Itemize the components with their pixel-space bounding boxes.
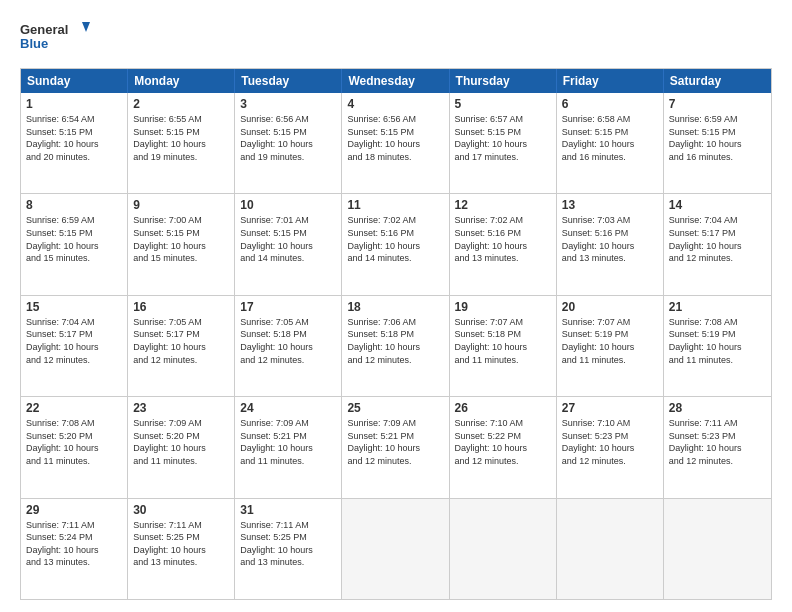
calendar-header: Sunday Monday Tuesday Wednesday Thursday… <box>21 69 771 93</box>
day-number: 14 <box>669 198 766 212</box>
day-number: 12 <box>455 198 551 212</box>
day-info: Sunrise: 7:04 AM Sunset: 5:17 PM Dayligh… <box>26 316 122 366</box>
header: General Blue <box>20 18 772 58</box>
day-cell-33 <box>450 499 557 599</box>
day-cell-21: 21Sunrise: 7:08 AM Sunset: 5:19 PM Dayli… <box>664 296 771 396</box>
day-info: Sunrise: 7:07 AM Sunset: 5:18 PM Dayligh… <box>455 316 551 366</box>
day-info: Sunrise: 7:10 AM Sunset: 5:23 PM Dayligh… <box>562 417 658 467</box>
day-number: 25 <box>347 401 443 415</box>
day-cell-25: 25Sunrise: 7:09 AM Sunset: 5:21 PM Dayli… <box>342 397 449 497</box>
day-info: Sunrise: 7:07 AM Sunset: 5:19 PM Dayligh… <box>562 316 658 366</box>
day-number: 16 <box>133 300 229 314</box>
day-info: Sunrise: 7:11 AM Sunset: 5:25 PM Dayligh… <box>133 519 229 569</box>
day-cell-24: 24Sunrise: 7:09 AM Sunset: 5:21 PM Dayli… <box>235 397 342 497</box>
calendar: Sunday Monday Tuesday Wednesday Thursday… <box>20 68 772 600</box>
week-row-1: 1Sunrise: 6:54 AM Sunset: 5:15 PM Daylig… <box>21 93 771 193</box>
day-info: Sunrise: 6:59 AM Sunset: 5:15 PM Dayligh… <box>26 214 122 264</box>
day-number: 29 <box>26 503 122 517</box>
day-number: 3 <box>240 97 336 111</box>
day-cell-20: 20Sunrise: 7:07 AM Sunset: 5:19 PM Dayli… <box>557 296 664 396</box>
day-info: Sunrise: 7:11 AM Sunset: 5:23 PM Dayligh… <box>669 417 766 467</box>
day-number: 27 <box>562 401 658 415</box>
day-cell-12: 12Sunrise: 7:02 AM Sunset: 5:16 PM Dayli… <box>450 194 557 294</box>
day-number: 7 <box>669 97 766 111</box>
day-cell-29: 29Sunrise: 7:11 AM Sunset: 5:24 PM Dayli… <box>21 499 128 599</box>
day-cell-1: 1Sunrise: 6:54 AM Sunset: 5:15 PM Daylig… <box>21 93 128 193</box>
logo-svg: General Blue <box>20 18 90 58</box>
calendar-body: 1Sunrise: 6:54 AM Sunset: 5:15 PM Daylig… <box>21 93 771 599</box>
day-info: Sunrise: 7:09 AM Sunset: 5:20 PM Dayligh… <box>133 417 229 467</box>
day-number: 17 <box>240 300 336 314</box>
day-info: Sunrise: 6:56 AM Sunset: 5:15 PM Dayligh… <box>240 113 336 163</box>
day-cell-26: 26Sunrise: 7:10 AM Sunset: 5:22 PM Dayli… <box>450 397 557 497</box>
day-cell-32 <box>342 499 449 599</box>
day-number: 23 <box>133 401 229 415</box>
svg-marker-2 <box>82 22 90 32</box>
day-info: Sunrise: 6:55 AM Sunset: 5:15 PM Dayligh… <box>133 113 229 163</box>
week-row-3: 15Sunrise: 7:04 AM Sunset: 5:17 PM Dayli… <box>21 295 771 396</box>
day-cell-30: 30Sunrise: 7:11 AM Sunset: 5:25 PM Dayli… <box>128 499 235 599</box>
day-cell-31: 31Sunrise: 7:11 AM Sunset: 5:25 PM Dayli… <box>235 499 342 599</box>
day-info: Sunrise: 7:01 AM Sunset: 5:15 PM Dayligh… <box>240 214 336 264</box>
day-number: 15 <box>26 300 122 314</box>
day-number: 31 <box>240 503 336 517</box>
day-info: Sunrise: 7:00 AM Sunset: 5:15 PM Dayligh… <box>133 214 229 264</box>
day-number: 18 <box>347 300 443 314</box>
header-monday: Monday <box>128 69 235 93</box>
day-number: 2 <box>133 97 229 111</box>
header-sunday: Sunday <box>21 69 128 93</box>
day-number: 10 <box>240 198 336 212</box>
day-cell-16: 16Sunrise: 7:05 AM Sunset: 5:17 PM Dayli… <box>128 296 235 396</box>
header-friday: Friday <box>557 69 664 93</box>
day-number: 22 <box>26 401 122 415</box>
day-number: 11 <box>347 198 443 212</box>
svg-text:Blue: Blue <box>20 36 48 51</box>
day-cell-18: 18Sunrise: 7:06 AM Sunset: 5:18 PM Dayli… <box>342 296 449 396</box>
logo: General Blue <box>20 18 90 58</box>
week-row-4: 22Sunrise: 7:08 AM Sunset: 5:20 PM Dayli… <box>21 396 771 497</box>
svg-text:General: General <box>20 22 68 37</box>
day-number: 26 <box>455 401 551 415</box>
week-row-2: 8Sunrise: 6:59 AM Sunset: 5:15 PM Daylig… <box>21 193 771 294</box>
day-number: 1 <box>26 97 122 111</box>
day-info: Sunrise: 6:57 AM Sunset: 5:15 PM Dayligh… <box>455 113 551 163</box>
day-cell-19: 19Sunrise: 7:07 AM Sunset: 5:18 PM Dayli… <box>450 296 557 396</box>
day-number: 19 <box>455 300 551 314</box>
day-cell-27: 27Sunrise: 7:10 AM Sunset: 5:23 PM Dayli… <box>557 397 664 497</box>
day-info: Sunrise: 6:54 AM Sunset: 5:15 PM Dayligh… <box>26 113 122 163</box>
header-thursday: Thursday <box>450 69 557 93</box>
day-number: 4 <box>347 97 443 111</box>
day-info: Sunrise: 7:06 AM Sunset: 5:18 PM Dayligh… <box>347 316 443 366</box>
day-cell-8: 8Sunrise: 6:59 AM Sunset: 5:15 PM Daylig… <box>21 194 128 294</box>
day-cell-15: 15Sunrise: 7:04 AM Sunset: 5:17 PM Dayli… <box>21 296 128 396</box>
day-info: Sunrise: 7:05 AM Sunset: 5:17 PM Dayligh… <box>133 316 229 366</box>
day-number: 13 <box>562 198 658 212</box>
day-info: Sunrise: 7:02 AM Sunset: 5:16 PM Dayligh… <box>455 214 551 264</box>
day-number: 30 <box>133 503 229 517</box>
day-cell-17: 17Sunrise: 7:05 AM Sunset: 5:18 PM Dayli… <box>235 296 342 396</box>
day-number: 6 <box>562 97 658 111</box>
day-info: Sunrise: 6:56 AM Sunset: 5:15 PM Dayligh… <box>347 113 443 163</box>
week-row-5: 29Sunrise: 7:11 AM Sunset: 5:24 PM Dayli… <box>21 498 771 599</box>
day-info: Sunrise: 6:58 AM Sunset: 5:15 PM Dayligh… <box>562 113 658 163</box>
day-cell-7: 7Sunrise: 6:59 AM Sunset: 5:15 PM Daylig… <box>664 93 771 193</box>
day-number: 8 <box>26 198 122 212</box>
day-info: Sunrise: 7:02 AM Sunset: 5:16 PM Dayligh… <box>347 214 443 264</box>
day-info: Sunrise: 7:09 AM Sunset: 5:21 PM Dayligh… <box>347 417 443 467</box>
day-info: Sunrise: 7:09 AM Sunset: 5:21 PM Dayligh… <box>240 417 336 467</box>
day-cell-2: 2Sunrise: 6:55 AM Sunset: 5:15 PM Daylig… <box>128 93 235 193</box>
day-number: 20 <box>562 300 658 314</box>
day-cell-14: 14Sunrise: 7:04 AM Sunset: 5:17 PM Dayli… <box>664 194 771 294</box>
day-cell-9: 9Sunrise: 7:00 AM Sunset: 5:15 PM Daylig… <box>128 194 235 294</box>
day-cell-10: 10Sunrise: 7:01 AM Sunset: 5:15 PM Dayli… <box>235 194 342 294</box>
day-info: Sunrise: 7:04 AM Sunset: 5:17 PM Dayligh… <box>669 214 766 264</box>
day-info: Sunrise: 7:10 AM Sunset: 5:22 PM Dayligh… <box>455 417 551 467</box>
day-info: Sunrise: 7:08 AM Sunset: 5:20 PM Dayligh… <box>26 417 122 467</box>
day-number: 9 <box>133 198 229 212</box>
day-cell-3: 3Sunrise: 6:56 AM Sunset: 5:15 PM Daylig… <box>235 93 342 193</box>
day-info: Sunrise: 7:11 AM Sunset: 5:24 PM Dayligh… <box>26 519 122 569</box>
day-cell-34 <box>557 499 664 599</box>
day-info: Sunrise: 7:11 AM Sunset: 5:25 PM Dayligh… <box>240 519 336 569</box>
day-cell-23: 23Sunrise: 7:09 AM Sunset: 5:20 PM Dayli… <box>128 397 235 497</box>
day-cell-13: 13Sunrise: 7:03 AM Sunset: 5:16 PM Dayli… <box>557 194 664 294</box>
